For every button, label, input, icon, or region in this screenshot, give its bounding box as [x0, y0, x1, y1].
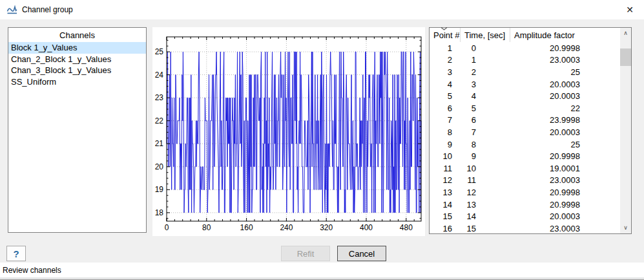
table-row[interactable]: 1020.9998	[430, 42, 620, 54]
svg-text:20: 20	[155, 162, 164, 171]
table-cell: 3	[430, 67, 461, 77]
table-cell: 9	[461, 151, 510, 161]
column-header-time[interactable]: Time, [sec]	[461, 28, 510, 42]
table-cell: 12	[461, 188, 510, 197]
title-bar: Channel group ✕	[0, 0, 644, 19]
table-row[interactable]: 2123.0003	[430, 54, 620, 67]
svg-text:23: 23	[155, 93, 164, 102]
svg-text:400: 400	[360, 223, 373, 232]
table-row[interactable]: 4320.0003	[430, 78, 620, 91]
table-cell: 1	[461, 55, 510, 65]
table-row[interactable]: 3225	[430, 66, 620, 78]
table-cell: 9	[430, 140, 461, 149]
table-cell: 11	[430, 164, 461, 173]
table-cell: 19.0001	[510, 164, 620, 173]
table-cell: 5	[430, 91, 461, 101]
table-cell: 14	[461, 211, 510, 221]
svg-text:0: 0	[165, 223, 169, 232]
svg-text:160: 160	[240, 223, 253, 232]
svg-text:25: 25	[155, 47, 164, 56]
table-row[interactable]: 131220.9998	[430, 186, 620, 199]
table-cell: 4	[461, 91, 510, 101]
scrollbar-thumb[interactable]	[620, 48, 631, 66]
table-row[interactable]: 151420.0003	[430, 210, 620, 222]
table-body: 1020.99982123.000332254320.00035420.0003…	[430, 42, 620, 233]
channels-panel: Channels Block 1_y_ValuesChan_2_Block 1_…	[8, 27, 147, 233]
refit-button[interactable]: Refit	[281, 246, 330, 261]
table-row[interactable]: 161523.0003	[430, 222, 620, 233]
table-row[interactable]: 8720.0003	[430, 126, 620, 138]
table-cell: 6	[461, 115, 510, 125]
table-scrollbar[interactable]: ∧ ∨	[620, 28, 631, 233]
table-cell: 13	[461, 200, 510, 210]
table-cell: 23.0003	[510, 55, 620, 65]
scroll-up-icon[interactable]: ∧	[620, 28, 631, 39]
channel-item[interactable]: Block 1_y_Values	[8, 42, 146, 54]
cancel-button[interactable]: Cancel	[337, 246, 386, 261]
svg-text:21: 21	[155, 139, 164, 148]
table-row[interactable]: 7623.9998	[430, 114, 620, 127]
table-row[interactable]: 5420.0003	[430, 90, 620, 102]
table-cell: 12	[430, 175, 461, 185]
table-cell: 23.0003	[510, 175, 620, 185]
table-cell: 4	[430, 80, 461, 89]
table-cell: 20.9998	[510, 43, 620, 53]
table-cell: 23.0003	[510, 224, 620, 233]
table-cell: 0	[461, 43, 510, 53]
table-cell: 8	[430, 127, 461, 137]
table-header: Point # Time, [sec] Amplitude factor	[430, 28, 620, 42]
table-cell: 13	[430, 188, 461, 197]
table-cell: 15	[461, 224, 510, 233]
channel-item[interactable]: Chan_2_Block 1_y_Values	[8, 54, 146, 65]
table-cell: 20.0003	[510, 127, 620, 137]
close-icon[interactable]: ✕	[621, 2, 639, 17]
table-cell: 23.9998	[510, 115, 620, 125]
channel-item[interactable]: SS_Uniform	[8, 76, 146, 88]
table-cell: 25	[510, 140, 620, 149]
table-cell: 20.9998	[510, 200, 620, 210]
table-cell: 2	[430, 55, 461, 65]
table-cell: 16	[430, 224, 461, 233]
svg-text:18: 18	[155, 208, 164, 217]
table-row[interactable]: 121123.0003	[430, 175, 620, 187]
svg-text:80: 80	[202, 223, 211, 232]
svg-text:320: 320	[320, 223, 333, 232]
waveform-icon	[6, 5, 18, 15]
table-row[interactable]: 111019.0001	[430, 162, 620, 175]
points-table-panel: Point # Time, [sec] Amplitude factor 102…	[429, 27, 632, 234]
channels-header: Channels	[8, 28, 146, 42]
table-cell: 20.0003	[510, 80, 620, 89]
table-cell: 15	[430, 211, 461, 221]
channel-item[interactable]: Chan_3_Block 1_y_Values	[8, 65, 146, 76]
table-row[interactable]: 10920.9998	[430, 150, 620, 162]
table-cell: 20.9998	[510, 188, 620, 197]
table-cell: 5	[461, 103, 510, 113]
table-cell: 2	[461, 67, 510, 77]
channel-group-dialog: Channel group ✕ Channels Block 1_y_Value…	[0, 0, 644, 280]
scroll-down-icon[interactable]: ∨	[620, 222, 631, 233]
window-title: Channel group	[22, 5, 73, 14]
table-row[interactable]: 141320.9998	[430, 199, 620, 211]
table-cell: 11	[461, 175, 510, 185]
table-cell: 22	[510, 103, 620, 113]
help-button[interactable]: ?	[6, 246, 26, 261]
table-cell: 1	[430, 43, 461, 53]
table-cell: 14	[430, 200, 461, 210]
channel-list: Block 1_y_ValuesChan_2_Block 1_y_ValuesC…	[8, 42, 146, 87]
svg-text:480: 480	[400, 223, 413, 232]
table-cell: 10	[430, 151, 461, 161]
status-text: Review channels	[3, 266, 61, 275]
table-row[interactable]: 6522	[430, 102, 620, 114]
table-cell: 20.0003	[510, 211, 620, 221]
status-bar: Review channels	[0, 263, 644, 277]
table-cell: 20.0003	[510, 91, 620, 101]
table-cell: 6	[430, 103, 461, 113]
table-cell: 7	[430, 115, 461, 125]
table-cell: 25	[510, 67, 620, 77]
table-cell: 10	[461, 164, 510, 173]
svg-text:19: 19	[155, 185, 164, 194]
column-header-amplitude[interactable]: Amplitude factor	[510, 28, 620, 42]
plot-panel: 1819202122232425080160240320400480	[152, 27, 425, 236]
table-cell: 3	[461, 80, 510, 89]
table-row[interactable]: 9825	[430, 138, 620, 151]
